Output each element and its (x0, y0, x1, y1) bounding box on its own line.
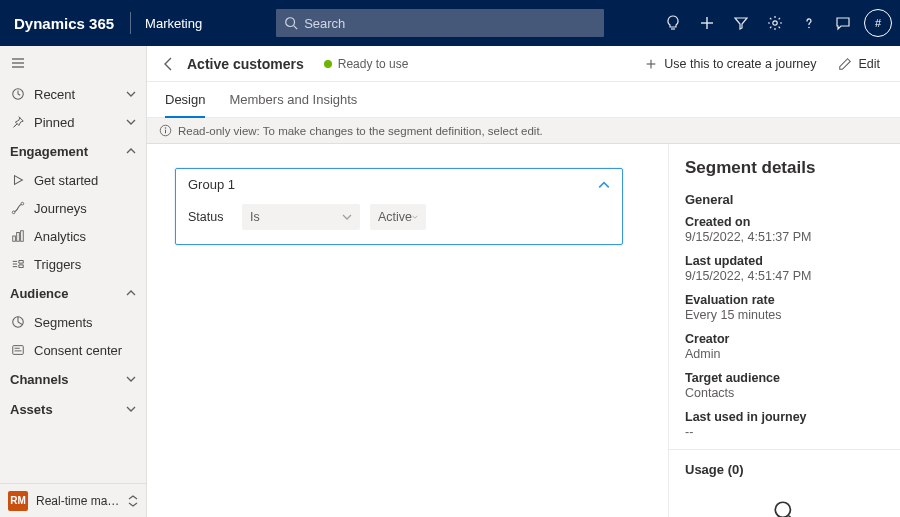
clock-icon (10, 86, 26, 102)
nav-section-label: Channels (10, 372, 69, 387)
svg-point-6 (808, 27, 810, 29)
site-nav: Recent Pinned Engagement Get started Jou… (0, 46, 147, 517)
chevron-down-icon (412, 212, 418, 222)
sidebar-item-segments[interactable]: Segments (0, 308, 146, 336)
svg-line-1 (294, 26, 298, 30)
gear-icon[interactable] (758, 0, 792, 46)
global-actions: # (656, 0, 900, 46)
svg-point-21 (165, 127, 166, 128)
command-bar: Active customers Ready to use Use this t… (147, 46, 900, 82)
field-value: 9/15/2022, 4:51:37 PM (685, 230, 884, 244)
sidebar-item-recent[interactable]: Recent (0, 80, 146, 108)
value-dropdown[interactable]: Active (370, 204, 426, 230)
play-icon (10, 172, 26, 188)
filter-icon[interactable] (724, 0, 758, 46)
menu-icon (10, 55, 26, 71)
back-button[interactable] (161, 56, 177, 72)
search-input[interactable] (298, 16, 596, 31)
sidebar-item-journeys[interactable]: Journeys (0, 194, 146, 222)
edit-button[interactable]: Edit (832, 53, 886, 75)
button-label: Use this to create a journey (664, 57, 816, 71)
sidebar-item-pinned[interactable]: Pinned (0, 108, 146, 136)
page-tabs: Design Members and Insights (147, 82, 900, 118)
area-switcher-label: Real-time marketi... (36, 494, 120, 508)
segment-group-card: Group 1 Status Is Active (175, 168, 623, 245)
nav-section-engagement[interactable]: Engagement (0, 136, 146, 166)
lightbulb-icon[interactable] (656, 0, 690, 46)
field-value: 9/15/2022, 4:51:47 PM (685, 269, 884, 283)
user-avatar[interactable]: # (864, 9, 892, 37)
segment-details-panel: Segment details General Created on 9/15/… (668, 144, 900, 517)
field-label: Creator (685, 332, 884, 346)
chevron-down-icon (126, 404, 136, 414)
nav-section-audience[interactable]: Audience (0, 278, 146, 308)
svg-point-5 (773, 21, 777, 25)
segments-icon (10, 314, 26, 330)
usage-empty-state: This segment has not been used in journe… (685, 485, 884, 517)
journey-icon (10, 200, 26, 216)
status-indicator: Ready to use (324, 57, 409, 71)
sidebar-item-label: Segments (34, 315, 93, 330)
field-label: Last used in journey (685, 410, 884, 424)
field-value: -- (685, 425, 884, 439)
sidebar-item-consent-center[interactable]: Consent center (0, 336, 146, 364)
area-switcher[interactable]: RM Real-time marketi... (0, 483, 146, 517)
nav-collapse-button[interactable] (0, 46, 146, 80)
sidebar-item-label: Journeys (34, 201, 87, 216)
svg-rect-15 (21, 231, 24, 242)
create-journey-button[interactable]: Use this to create a journey (638, 53, 822, 75)
details-section-usage: Usage (0) (685, 462, 884, 477)
global-header: Dynamics 365 Marketing # (0, 0, 900, 46)
field-target-audience: Target audience Contacts (685, 371, 884, 400)
search-icon (772, 499, 798, 517)
dropdown-value: Active (378, 210, 412, 224)
group-title: Group 1 (188, 177, 235, 192)
operator-dropdown[interactable]: Is (242, 204, 360, 230)
svg-point-0 (286, 18, 295, 27)
page-title: Active customers (187, 56, 304, 72)
status-text: Ready to use (338, 57, 409, 71)
field-created-on: Created on 9/15/2022, 4:51:37 PM (685, 215, 884, 244)
designer-canvas: Group 1 Status Is Active (147, 144, 668, 517)
dropdown-value: Is (250, 210, 260, 224)
analytics-icon (10, 228, 26, 244)
help-icon[interactable] (792, 0, 826, 46)
plus-icon (644, 57, 658, 71)
chevron-down-icon (342, 212, 352, 222)
sidebar-item-get-started[interactable]: Get started (0, 166, 146, 194)
pencil-icon (838, 57, 852, 71)
field-label: Last updated (685, 254, 884, 268)
chevron-down-icon (126, 89, 136, 99)
panel-divider (669, 449, 900, 450)
status-dot-icon (324, 60, 332, 68)
nav-section-label: Assets (10, 402, 53, 417)
chevron-updown-icon (128, 495, 138, 507)
banner-text: Read-only view: To make changes to the s… (178, 125, 543, 137)
field-value: Every 15 minutes (685, 308, 884, 322)
collapse-group-button[interactable] (598, 179, 610, 191)
app-area-label[interactable]: Marketing (135, 16, 216, 31)
sidebar-item-label: Pinned (34, 115, 74, 130)
plus-icon[interactable] (690, 0, 724, 46)
sidebar-item-triggers[interactable]: Triggers (0, 250, 146, 278)
field-value: Contacts (685, 386, 884, 400)
readonly-banner: Read-only view: To make changes to the s… (147, 118, 900, 144)
consent-icon (10, 342, 26, 358)
product-brand[interactable]: Dynamics 365 (0, 15, 128, 32)
details-section-general: General (685, 192, 884, 207)
chat-icon[interactable] (826, 0, 860, 46)
field-evaluation-rate: Evaluation rate Every 15 minutes (685, 293, 884, 322)
nav-section-assets[interactable]: Assets (0, 394, 146, 424)
sidebar-item-analytics[interactable]: Analytics (0, 222, 146, 250)
nav-section-label: Engagement (10, 144, 88, 159)
chevron-down-icon (126, 374, 136, 384)
nav-section-channels[interactable]: Channels (0, 364, 146, 394)
svg-rect-17 (13, 346, 24, 355)
sidebar-item-label: Triggers (34, 257, 81, 272)
field-value: Admin (685, 347, 884, 361)
field-last-updated: Last updated 9/15/2022, 4:51:47 PM (685, 254, 884, 283)
tab-members-insights[interactable]: Members and Insights (229, 82, 357, 117)
global-search[interactable] (276, 9, 604, 37)
tab-design[interactable]: Design (165, 83, 205, 118)
chevron-up-icon (126, 288, 136, 298)
